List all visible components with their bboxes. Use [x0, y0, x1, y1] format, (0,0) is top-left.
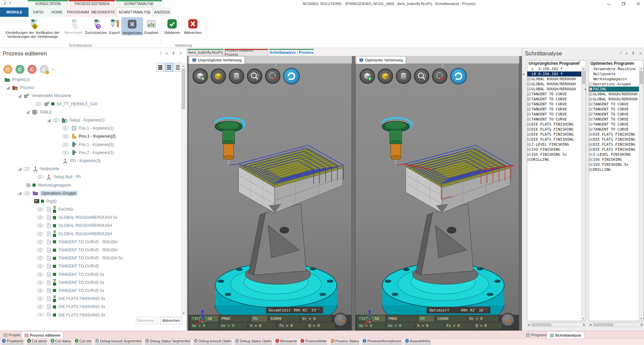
program-line[interactable]: ►LR X-156.102 Y: [527, 71, 581, 77]
program-line[interactable]: +DIE FLATS FINISHING: [527, 127, 581, 132]
expand-plus-icon[interactable]: +: [589, 153, 592, 156]
program-line[interactable]: ►+FACING: [589, 87, 639, 92]
tree-item[interactable]: Pos.2 - Kopieren(1): [0, 149, 180, 157]
program-line[interactable]: +TANGENT TO CURVE: [527, 102, 581, 107]
statusbar-item[interactable]: iCut info: [75, 339, 92, 345]
program-line[interactable]: +TANGENT TO CURVE: [589, 102, 639, 107]
zoom-button[interactable]: [414, 68, 429, 84]
program-line[interactable]: +TANGENT TO CURVE: [527, 97, 581, 102]
expand-plus-icon[interactable]: +: [589, 158, 592, 161]
expand-plus-icon[interactable]: +: [528, 113, 531, 116]
tree-item[interactable]: TANGENT TO CURVE - ROUGH: [0, 238, 180, 246]
restore-button[interactable]: [621, 1, 626, 6]
expand-plus-icon[interactable]: +: [528, 108, 531, 111]
expand-plus-icon[interactable]: +: [528, 158, 531, 161]
expand-plus-icon[interactable]: +: [528, 78, 531, 81]
context-tab-konsultation[interactable]: KONSULTATION: [28, 0, 68, 7]
app-logo-icon[interactable]: S: [1, 1, 7, 7]
statusbar-item[interactable]: ACut alerts: [27, 339, 47, 345]
uebernehmen-button[interactable]: Übernehm...: [136, 317, 158, 324]
panel-close-icon[interactable]: ✕: [179, 51, 182, 56]
visibility-eye-icon[interactable]: [37, 240, 44, 244]
berechnen-button[interactable]: Berechnen: [63, 17, 84, 35]
visibility-eye-icon[interactable]: [37, 313, 44, 316]
statusbar-item[interactable]: oDebug konsult Segmented: [95, 339, 142, 345]
display-stock-button[interactable]: [378, 68, 393, 84]
visibility-eye-icon[interactable]: [37, 264, 44, 268]
program-line[interactable]: +GLOBAL ROUGH/REROUGH: [527, 82, 581, 87]
viewport-tab-original[interactable]: Ursprünglicher Verfahrweg: [189, 56, 245, 64]
tab-messwerte[interactable]: MESSWERTE: [90, 7, 116, 17]
tab-module[interactable]: MODULE: [0, 7, 29, 17]
visibility-eye-icon[interactable]: [37, 281, 44, 285]
expander-icon[interactable]: [26, 110, 30, 114]
scroll-down-icon[interactable]: ▼: [582, 316, 586, 321]
original-list-scrollbar[interactable]: ▲▼: [581, 66, 586, 321]
program-line[interactable]: L X-156.102 Y: [527, 66, 581, 71]
program-line[interactable]: +TANGENT TO CURVE: [589, 127, 639, 132]
statusbar-item[interactable]: oDebug Status Optim: [235, 339, 272, 345]
deselect-button[interactable]: [432, 68, 447, 84]
program-line[interactable]: +TANGENT TO CURVE: [527, 107, 581, 112]
expand-plus-icon[interactable]: +: [589, 123, 592, 126]
scroll-down-icon[interactable]: ▼: [639, 316, 643, 321]
expand-plus-icon[interactable]: +: [589, 108, 592, 111]
expand-plus-icon[interactable]: +: [589, 143, 592, 146]
statusbar-item[interactable]: iAuswahlinfos: [405, 339, 431, 345]
tab-home[interactable]: HOME: [48, 7, 66, 17]
tree-item[interactable]: TANGENT TO CURVE - ROUGH 5x: [0, 254, 180, 262]
close-button[interactable]: [636, 1, 641, 6]
tab-programm[interactable]: PROGRAMM: [66, 7, 90, 17]
expand-plus-icon[interactable]: +: [528, 103, 531, 106]
tree-item[interactable]: GLOBAL ROUGH/REROUGH 5x: [0, 213, 180, 221]
abbrechen-panel-button[interactable]: Abbrechen: [160, 317, 182, 324]
expand-plus-icon[interactable]: +: [528, 128, 531, 131]
expand-plus-icon[interactable]: +: [589, 168, 592, 171]
expand-plus-icon[interactable]: +: [589, 118, 592, 121]
reset-red-button[interactable]: C: [28, 65, 37, 74]
program-line[interactable]: +ISO FINISHING 5x: [589, 162, 639, 167]
visibility-eye-icon[interactable]: [37, 232, 44, 236]
expand-plus-icon[interactable]: +: [528, 133, 531, 136]
program-line[interactable]: +DIE FLATS FINISHING: [589, 142, 639, 147]
tree-item[interactable]: Setup - Kopieren(1): [0, 116, 180, 124]
zoom-button[interactable]: [247, 68, 262, 84]
graphen-button[interactable]: Graphen: [143, 17, 160, 35]
tree-item[interactable]: TANGENT TO CURVE: [0, 262, 180, 270]
collapse-minus-icon[interactable]: -: [589, 83, 592, 86]
context-tab-schnittanalyse[interactable]: SCHNITTANALYSE: [116, 0, 162, 7]
visibility-eye-icon[interactable]: [62, 126, 69, 130]
pin-icon[interactable]: [172, 51, 175, 56]
visibility-eye-icon[interactable]: [37, 289, 44, 293]
tab-datei[interactable]: DATEI: [29, 7, 48, 17]
program-line[interactable]: +DIE FLATS FINISHING: [527, 137, 581, 142]
expander-icon[interactable]: [18, 167, 21, 171]
expander-icon[interactable]: [6, 86, 10, 90]
expand-plus-icon[interactable]: +: [528, 143, 531, 146]
redo-green-button[interactable]: C: [15, 65, 24, 74]
tab-schnittanalyse-bottom[interactable]: Schnittanalyse: [547, 331, 584, 339]
visibility-eye-icon[interactable]: [62, 134, 69, 138]
viewport-optimized[interactable]: Optimierter Verfahrweg Optimiert 00h 02'…: [355, 56, 519, 331]
program-line[interactable]: +TANGENT TO CURVE: [589, 107, 639, 112]
visibility-eye-icon[interactable]: [37, 215, 44, 219]
expand-plus-icon[interactable]: +: [589, 88, 592, 91]
expand-plus-icon[interactable]: +: [528, 98, 531, 101]
undo-orange-button[interactable]: C: [3, 65, 12, 74]
visibility-eye-icon[interactable]: [53, 118, 60, 122]
program-line[interactable]: +ISO FINISHING 5x: [527, 152, 581, 157]
optimized-list-scrollbar[interactable]: ▲▼: [639, 66, 643, 321]
doc-tab-aero-butterfly[interactable]: Aero_butterfly.NcsPrj: [187, 49, 224, 56]
statusbar-item[interactable]: iProzessinformationen: [363, 339, 401, 345]
tree-scrollbar[interactable]: ▲ ▼: [181, 63, 186, 316]
tree-item[interactable]: Werkzeugmagazin: [0, 181, 180, 189]
expand-plus-icon[interactable]: +: [528, 148, 531, 151]
tree-item[interactable]: DIE FLATS FINISHING 5x: [0, 311, 180, 316]
viewport-canvas[interactable]: Gesamtzeit 00h 02' 53'' T30G0FMAXM3S3000…: [188, 64, 352, 331]
expand-plus-icon[interactable]: +: [589, 103, 592, 106]
expand-plus-icon[interactable]: +: [528, 93, 531, 96]
program-line[interactable]: +DIE FLATS FINISHING: [589, 132, 639, 137]
tree-item[interactable]: PO - Kopieren(3): [0, 157, 180, 165]
visibility-eye-icon[interactable]: [62, 143, 69, 147]
statusbar-item[interactable]: oDebug Status Segmented: [145, 339, 190, 345]
